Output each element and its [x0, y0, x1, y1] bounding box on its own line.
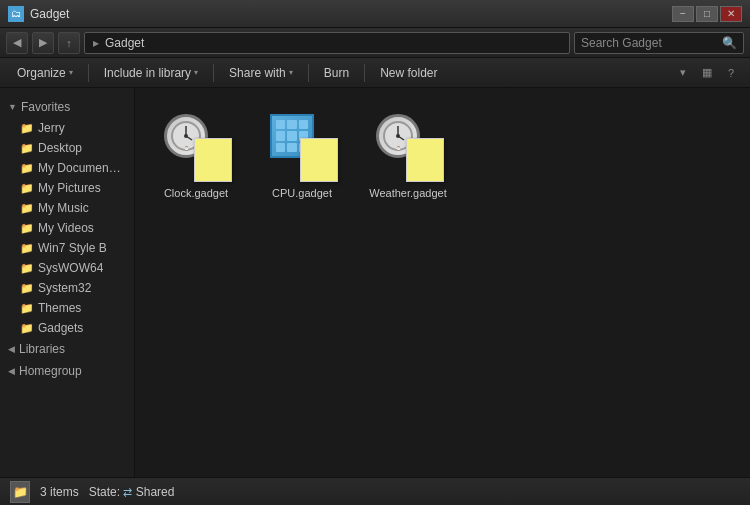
svg-point-8	[396, 134, 400, 138]
list-item[interactable]: ⌚ Weather.gadget	[363, 104, 453, 206]
burn-button[interactable]: Burn	[315, 61, 358, 85]
sidebar-item[interactable]: 📁 Win7 Style B	[0, 238, 134, 258]
libraries-arrow: ◀	[8, 344, 15, 354]
file-icon-container	[266, 110, 338, 182]
organize-dropdown-arrow: ▾	[69, 68, 73, 77]
folder-icon: 📁	[20, 281, 34, 295]
folder-icon: 📁	[20, 221, 34, 235]
view-dropdown-icon: ▾	[680, 66, 686, 79]
main-content: ▼ Favorites 📁 Jerry 📁 Desktop 📁 My Docum…	[0, 88, 750, 477]
file-name: CPU.gadget	[272, 186, 332, 200]
folder-icon: 📁	[20, 141, 34, 155]
sidebar-item[interactable]: 📁 My Documen…	[0, 158, 134, 178]
sidebar-item[interactable]: 📁 Themes	[0, 298, 134, 318]
toolbar-separator-3	[308, 64, 309, 82]
svg-text:⌚: ⌚	[184, 146, 189, 151]
shared-label: Shared	[136, 485, 175, 499]
share-with-button[interactable]: Share with ▾	[220, 61, 302, 85]
new-folder-button[interactable]: New folder	[371, 61, 446, 85]
file-area: ⌚ Clock.gadget CPU.gadget	[135, 88, 750, 477]
view-controls: ▾ ▦ ?	[672, 62, 742, 84]
toolbar-separator-1	[88, 64, 89, 82]
sidebar-item[interactable]: 📁 My Pictures	[0, 178, 134, 198]
help-button[interactable]: ?	[720, 62, 742, 84]
minimize-button[interactable]: −	[672, 6, 694, 22]
file-icon-container: ⌚	[372, 110, 444, 182]
forward-button[interactable]: ▶	[32, 32, 54, 54]
close-button[interactable]: ✕	[720, 6, 742, 22]
maximize-button[interactable]: □	[696, 6, 718, 22]
libraries-section[interactable]: ◀ Libraries	[0, 338, 134, 360]
sidebar-item[interactable]: 📁 Jerry	[0, 118, 134, 138]
sidebar-item-label: SysWOW64	[38, 261, 103, 275]
sidebar-item[interactable]: 📁 Desktop	[0, 138, 134, 158]
favorites-label: Favorites	[21, 100, 70, 114]
status-state-label: State: ⇄ Shared	[89, 485, 175, 499]
include-dropdown-arrow: ▾	[194, 68, 198, 77]
sidebar: ▼ Favorites 📁 Jerry 📁 Desktop 📁 My Docum…	[0, 88, 135, 477]
shared-icon: ⇄	[123, 486, 132, 498]
address-separator: ▸	[93, 36, 99, 50]
list-item[interactable]: ⌚ Clock.gadget	[151, 104, 241, 206]
sidebar-item-label: My Videos	[38, 221, 94, 235]
sidebar-item[interactable]: 📁 SysWOW64	[0, 258, 134, 278]
help-icon: ?	[728, 67, 734, 79]
gadget-icon	[266, 110, 338, 182]
sidebar-item-label: Gadgets	[38, 321, 83, 335]
organize-button[interactable]: Organize ▾	[8, 61, 82, 85]
sidebar-item[interactable]: 📁 My Videos	[0, 218, 134, 238]
nav-bar: ◀ ▶ ↑ ▸ Gadget Search Gadget 🔍	[0, 28, 750, 58]
favorites-section[interactable]: ▼ Favorites	[0, 96, 134, 118]
sidebar-item-label: My Music	[38, 201, 89, 215]
sidebar-item[interactable]: 📁 Gadgets	[0, 318, 134, 338]
file-name: Clock.gadget	[164, 186, 228, 200]
svg-text:⌚: ⌚	[396, 146, 401, 151]
address-path: Gadget	[105, 36, 144, 50]
search-bar[interactable]: Search Gadget 🔍	[574, 32, 744, 54]
folder-icon: 📁	[20, 161, 34, 175]
file-name: Weather.gadget	[369, 186, 446, 200]
status-bar: 📁 3 items State: ⇄ Shared	[0, 477, 750, 505]
folder-icon: 📁	[20, 301, 34, 315]
sidebar-item-label: Desktop	[38, 141, 82, 155]
homegroup-label: Homegroup	[19, 364, 82, 378]
folder-icon: 📁	[20, 201, 34, 215]
back-button[interactable]: ◀	[6, 32, 28, 54]
gadget-icon: ⌚	[372, 110, 444, 182]
include-in-library-button[interactable]: Include in library ▾	[95, 61, 207, 85]
up-button[interactable]: ↑	[58, 32, 80, 54]
grid-view-button[interactable]: ▦	[696, 62, 718, 84]
sidebar-item-label: System32	[38, 281, 91, 295]
sidebar-item-label: My Documen…	[38, 161, 121, 175]
view-dropdown-button[interactable]: ▾	[672, 62, 694, 84]
list-item[interactable]: CPU.gadget	[257, 104, 347, 206]
sidebar-item-label: My Pictures	[38, 181, 101, 195]
svg-point-3	[184, 134, 188, 138]
window-controls: − □ ✕	[672, 6, 742, 22]
folder-icon: 📁	[20, 261, 34, 275]
sidebar-item-label: Themes	[38, 301, 81, 315]
favorites-arrow: ▼	[8, 102, 17, 112]
grid-view-icon: ▦	[702, 66, 712, 79]
title-icon: 🗂	[8, 6, 24, 22]
folder-icon: 📁	[20, 321, 34, 335]
sidebar-items-container: 📁 Jerry 📁 Desktop 📁 My Documen… 📁 My Pic…	[0, 118, 134, 338]
toolbar-separator-4	[364, 64, 365, 82]
sidebar-item[interactable]: 📁 My Music	[0, 198, 134, 218]
sidebar-item-label: Win7 Style B	[38, 241, 107, 255]
address-bar[interactable]: ▸ Gadget	[84, 32, 570, 54]
folder-icon: 📁	[20, 241, 34, 255]
homegroup-arrow: ◀	[8, 366, 15, 376]
homegroup-section[interactable]: ◀ Homegroup	[0, 360, 134, 382]
toolbar-separator-2	[213, 64, 214, 82]
folder-icon: 📁	[20, 181, 34, 195]
search-icon: 🔍	[722, 36, 737, 50]
share-dropdown-arrow: ▾	[289, 68, 293, 77]
title-bar: 🗂 Gadget − □ ✕	[0, 0, 750, 28]
folder-icon: 📁	[20, 121, 34, 135]
file-icon-container: ⌚	[160, 110, 232, 182]
status-item-count: 3 items	[40, 485, 79, 499]
libraries-label: Libraries	[19, 342, 65, 356]
sidebar-item[interactable]: 📁 System32	[0, 278, 134, 298]
sidebar-item-label: Jerry	[38, 121, 65, 135]
